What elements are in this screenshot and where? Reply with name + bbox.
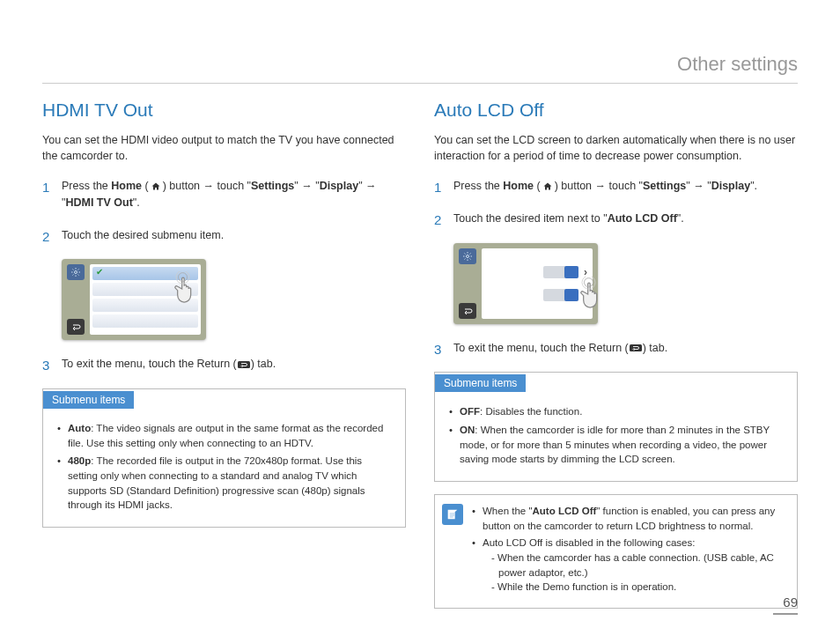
autolcd-step-1: Press the Home () button → touch "Settin…	[434, 178, 798, 195]
left-column: HDMI TV Out You can set the HDMI video o…	[42, 100, 406, 609]
hdmi-title: HDMI TV Out	[42, 100, 406, 121]
home-icon	[149, 181, 163, 193]
autolcd-title: Auto LCD Off	[434, 100, 798, 121]
autolcd-step-3: To exit the menu, touch the Return () ta…	[434, 340, 798, 357]
svg-rect-3	[238, 361, 250, 368]
right-column: Auto LCD Off You can set the LCD screen …	[434, 100, 798, 609]
hdmi-step-1: Press the Home () button → touch "Settin…	[42, 178, 406, 211]
settings-gear-icon	[459, 248, 476, 264]
return-tab-icon	[237, 358, 251, 371]
hdmi-submenu-box: Submenu items Auto: The video signals ar…	[42, 388, 406, 528]
hdmi-intro: You can set the HDMI video output to mat…	[42, 133, 406, 164]
autolcd-submenu-box: Submenu items OFF: Disables the function…	[434, 372, 798, 482]
submenu-header: Submenu items	[435, 374, 526, 392]
autolcd-intro: You can set the LCD screen to darken aut…	[434, 133, 798, 164]
autolcd-step-2: Touch the desired item next to "Auto LCD…	[434, 211, 798, 227]
return-icon	[67, 319, 85, 335]
touch-hand-icon	[573, 277, 608, 312]
page-header: Other settings	[42, 53, 798, 76]
submenu-header: Submenu items	[43, 391, 134, 409]
list-row	[92, 314, 198, 328]
settings-gear-icon	[67, 264, 85, 280]
toggle-row: ›	[487, 264, 587, 280]
return-tab-icon	[629, 342, 643, 354]
hdmi-step-3: To exit the menu, touch the Return () ta…	[42, 356, 406, 373]
svg-rect-7	[630, 344, 642, 351]
note-icon	[442, 504, 463, 525]
hdmi-step-2: Touch the desired submenu item.	[42, 227, 406, 244]
svg-point-0	[75, 271, 77, 274]
page-number-bar	[773, 613, 798, 615]
return-icon	[459, 303, 476, 319]
divider	[42, 83, 798, 84]
autolcd-screenshot: › ›	[453, 243, 598, 324]
page-number: 69	[783, 595, 798, 610]
home-icon	[541, 181, 555, 193]
svg-point-4	[467, 255, 469, 257]
touch-hand-icon	[167, 271, 203, 307]
hdmi-screenshot	[62, 259, 206, 340]
toggle-row: ›	[487, 287, 587, 303]
note-box: When the "Auto LCD Off" function is enab…	[434, 494, 798, 609]
